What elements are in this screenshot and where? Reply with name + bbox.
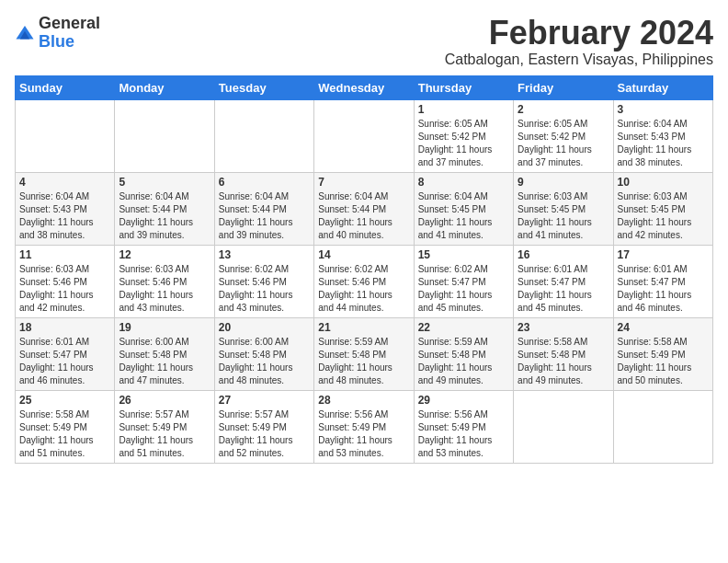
weekday-header-friday: Friday [514, 75, 613, 99]
logo-general-text: General [39, 15, 100, 33]
calendar-cell: 13Sunrise: 6:02 AMSunset: 5:46 PMDayligh… [214, 245, 313, 317]
calendar-cell: 29Sunrise: 5:56 AMSunset: 5:49 PMDayligh… [414, 390, 513, 463]
day-number: 17 [618, 248, 709, 261]
day-info: Sunrise: 6:03 AMSunset: 5:46 PMDaylight:… [119, 263, 210, 315]
calendar-cell: 28Sunrise: 5:56 AMSunset: 5:49 PMDayligh… [314, 390, 414, 463]
logo-icon [15, 23, 35, 43]
day-number: 7 [318, 176, 409, 189]
calendar-cell: 25Sunrise: 5:58 AMSunset: 5:49 PMDayligh… [16, 390, 115, 463]
day-number: 19 [119, 321, 210, 334]
calendar-cell: 4Sunrise: 6:04 AMSunset: 5:43 PMDaylight… [16, 172, 115, 245]
day-number: 10 [618, 176, 709, 189]
calendar-cell: 14Sunrise: 6:02 AMSunset: 5:46 PMDayligh… [314, 245, 414, 317]
header: General Blue February 2024 Catbalogan, E… [15, 15, 713, 68]
day-info: Sunrise: 6:01 AMSunset: 5:47 PMDaylight:… [19, 336, 110, 387]
day-number: 25 [19, 394, 110, 407]
calendar-table: SundayMondayTuesdayWednesdayThursdayFrid… [15, 75, 713, 464]
title-area: February 2024 Catbalogan, Eastern Visaya… [445, 15, 713, 68]
day-number: 16 [518, 248, 609, 261]
calendar-cell [16, 99, 115, 172]
day-info: Sunrise: 5:56 AMSunset: 5:49 PMDaylight:… [318, 408, 409, 460]
day-info: Sunrise: 5:58 AMSunset: 5:48 PMDaylight:… [518, 336, 609, 387]
day-number: 5 [119, 176, 210, 189]
day-info: Sunrise: 6:01 AMSunset: 5:47 PMDaylight:… [518, 263, 609, 315]
calendar-cell [214, 99, 313, 172]
day-info: Sunrise: 6:04 AMSunset: 5:45 PMDaylight:… [418, 190, 509, 242]
day-number: 11 [19, 248, 110, 261]
calendar-cell: 6Sunrise: 6:04 AMSunset: 5:44 PMDaylight… [214, 172, 313, 245]
day-number: 28 [318, 394, 409, 407]
day-number: 29 [418, 394, 509, 407]
day-info: Sunrise: 6:04 AMSunset: 5:44 PMDaylight:… [318, 190, 409, 242]
day-number: 9 [518, 176, 609, 189]
calendar-cell [115, 99, 214, 172]
day-number: 2 [518, 103, 609, 116]
day-info: Sunrise: 6:01 AMSunset: 5:47 PMDaylight:… [618, 263, 709, 315]
calendar-week-row: 11Sunrise: 6:03 AMSunset: 5:46 PMDayligh… [16, 245, 713, 317]
day-number: 15 [418, 248, 509, 261]
day-info: Sunrise: 6:03 AMSunset: 5:46 PMDaylight:… [19, 263, 110, 315]
calendar-cell: 16Sunrise: 6:01 AMSunset: 5:47 PMDayligh… [514, 245, 613, 317]
day-info: Sunrise: 5:59 AMSunset: 5:48 PMDaylight:… [418, 336, 509, 387]
calendar-cell: 27Sunrise: 5:57 AMSunset: 5:49 PMDayligh… [214, 390, 313, 463]
day-number: 26 [119, 394, 210, 407]
logo-text: General Blue [39, 15, 100, 52]
calendar-cell: 20Sunrise: 6:00 AMSunset: 5:48 PMDayligh… [214, 317, 313, 390]
day-number: 18 [19, 321, 110, 334]
calendar-cell: 12Sunrise: 6:03 AMSunset: 5:46 PMDayligh… [115, 245, 214, 317]
day-number: 20 [219, 321, 310, 334]
logo-blue-text: Blue [39, 33, 100, 52]
calendar-cell: 18Sunrise: 6:01 AMSunset: 5:47 PMDayligh… [16, 317, 115, 390]
weekday-header-sunday: Sunday [16, 75, 115, 99]
day-number: 22 [418, 321, 509, 334]
day-info: Sunrise: 5:57 AMSunset: 5:49 PMDaylight:… [119, 408, 210, 460]
subtitle: Catbalogan, Eastern Visayas, Philippines [445, 52, 713, 68]
weekday-header-row: SundayMondayTuesdayWednesdayThursdayFrid… [16, 75, 713, 99]
calendar-cell: 11Sunrise: 6:03 AMSunset: 5:46 PMDayligh… [16, 245, 115, 317]
day-info: Sunrise: 6:05 AMSunset: 5:42 PMDaylight:… [518, 118, 609, 169]
day-info: Sunrise: 5:57 AMSunset: 5:49 PMDaylight:… [219, 408, 310, 460]
calendar-cell [314, 99, 414, 172]
weekday-header-wednesday: Wednesday [314, 75, 414, 99]
calendar-body: 1Sunrise: 6:05 AMSunset: 5:42 PMDaylight… [16, 99, 713, 463]
calendar-cell: 22Sunrise: 5:59 AMSunset: 5:48 PMDayligh… [414, 317, 513, 390]
calendar-cell: 21Sunrise: 5:59 AMSunset: 5:48 PMDayligh… [314, 317, 414, 390]
calendar-cell [514, 390, 613, 463]
day-info: Sunrise: 6:02 AMSunset: 5:46 PMDaylight:… [318, 263, 409, 315]
calendar-cell: 10Sunrise: 6:03 AMSunset: 5:45 PMDayligh… [613, 172, 712, 245]
calendar-cell: 7Sunrise: 6:04 AMSunset: 5:44 PMDaylight… [314, 172, 414, 245]
day-info: Sunrise: 6:05 AMSunset: 5:42 PMDaylight:… [418, 118, 509, 169]
calendar-cell: 9Sunrise: 6:03 AMSunset: 5:45 PMDaylight… [514, 172, 613, 245]
calendar-week-row: 25Sunrise: 5:58 AMSunset: 5:49 PMDayligh… [16, 390, 713, 463]
day-info: Sunrise: 6:04 AMSunset: 5:43 PMDaylight:… [618, 118, 709, 169]
day-number: 1 [418, 103, 509, 116]
day-info: Sunrise: 5:59 AMSunset: 5:48 PMDaylight:… [318, 336, 409, 387]
calendar-cell: 23Sunrise: 5:58 AMSunset: 5:48 PMDayligh… [514, 317, 613, 390]
day-info: Sunrise: 6:02 AMSunset: 5:47 PMDaylight:… [418, 263, 509, 315]
calendar-cell: 24Sunrise: 5:58 AMSunset: 5:49 PMDayligh… [613, 317, 712, 390]
day-number: 6 [219, 176, 310, 189]
day-number: 21 [318, 321, 409, 334]
day-info: Sunrise: 6:03 AMSunset: 5:45 PMDaylight:… [518, 190, 609, 242]
calendar-week-row: 4Sunrise: 6:04 AMSunset: 5:43 PMDaylight… [16, 172, 713, 245]
day-info: Sunrise: 6:00 AMSunset: 5:48 PMDaylight:… [219, 336, 310, 387]
calendar-header: SundayMondayTuesdayWednesdayThursdayFrid… [16, 75, 713, 99]
day-number: 27 [219, 394, 310, 407]
calendar-cell: 26Sunrise: 5:57 AMSunset: 5:49 PMDayligh… [115, 390, 214, 463]
day-info: Sunrise: 6:04 AMSunset: 5:43 PMDaylight:… [19, 190, 110, 242]
day-info: Sunrise: 5:58 AMSunset: 5:49 PMDaylight:… [19, 408, 110, 460]
main-title: February 2024 [445, 15, 713, 52]
calendar-cell: 2Sunrise: 6:05 AMSunset: 5:42 PMDaylight… [514, 99, 613, 172]
calendar-cell: 5Sunrise: 6:04 AMSunset: 5:44 PMDaylight… [115, 172, 214, 245]
day-info: Sunrise: 6:02 AMSunset: 5:46 PMDaylight:… [219, 263, 310, 315]
day-info: Sunrise: 5:56 AMSunset: 5:49 PMDaylight:… [418, 408, 509, 460]
weekday-header-tuesday: Tuesday [214, 75, 313, 99]
day-number: 12 [119, 248, 210, 261]
day-number: 8 [418, 176, 509, 189]
day-number: 4 [19, 176, 110, 189]
weekday-header-thursday: Thursday [414, 75, 513, 99]
logo: General Blue [15, 15, 100, 52]
calendar-cell: 17Sunrise: 6:01 AMSunset: 5:47 PMDayligh… [613, 245, 712, 317]
day-info: Sunrise: 6:04 AMSunset: 5:44 PMDaylight:… [119, 190, 210, 242]
weekday-header-monday: Monday [115, 75, 214, 99]
